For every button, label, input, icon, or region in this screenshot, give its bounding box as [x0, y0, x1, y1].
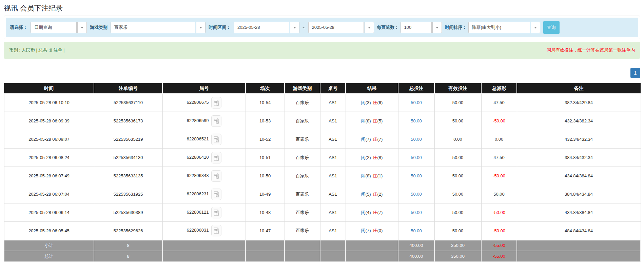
- total-bet-link[interactable]: 50.00: [411, 137, 422, 142]
- video-replay-button[interactable]: [211, 115, 221, 127]
- search-button[interactable]: 查询: [543, 21, 560, 34]
- cell-note: 434.84/384.84: [517, 203, 641, 222]
- cell-total-bet: 50.00: [398, 222, 434, 240]
- chevron-down-icon[interactable]: [432, 22, 442, 33]
- cell-valid-bet: 0.00: [434, 130, 481, 149]
- total-bet-link[interactable]: 50.00: [411, 210, 422, 215]
- total-row: 总计 8 400.00 350.00 -55.00: [4, 251, 641, 262]
- video-icon: [213, 154, 219, 161]
- column-header: 局号: [162, 83, 246, 94]
- cell-time: 2025-05-28 06:08:24: [4, 149, 94, 167]
- video-icon: [213, 227, 219, 234]
- table-row: 2025-05-28 06:10:10 522535637110 6228066…: [4, 94, 641, 112]
- subtotal-label: 小计: [4, 240, 94, 251]
- cell-session: 10-49: [246, 185, 285, 203]
- cell-note: 434.84/384.84: [517, 167, 641, 185]
- chevron-down-icon[interactable]: [365, 22, 374, 33]
- table-row: 2025-05-28 06:09:07 522535635219 6228065…: [4, 130, 641, 149]
- chevron-down-icon[interactable]: [77, 22, 87, 33]
- chevron-down-icon[interactable]: [290, 22, 299, 33]
- cell-bet-id: 522535636173: [94, 112, 162, 130]
- cell-session: 10-52: [246, 130, 285, 149]
- result-player-label: 闲: [361, 118, 366, 123]
- result-banker-label: 庄: [373, 155, 377, 160]
- cell-result: 闲(7)庄(7): [346, 130, 398, 149]
- cell-session: 10-48: [246, 203, 285, 222]
- cell-valid-bet: 50.00: [434, 167, 481, 185]
- total-bet-link[interactable]: 50.00: [411, 173, 422, 178]
- video-icon: [213, 191, 219, 198]
- table-row: 2025-05-28 06:07:49 522535633135 6228063…: [4, 167, 641, 185]
- cell-bet-id: 522535634130: [94, 149, 162, 167]
- video-icon: [213, 136, 219, 143]
- cell-time: 2025-05-28 06:09:07: [4, 130, 94, 149]
- result-player-label: 闲: [361, 228, 366, 233]
- cell-session: 10-47: [246, 222, 285, 240]
- cell-game-category: 百家乐: [285, 167, 320, 185]
- table-row: 2025-05-28 06:05:45 522535629626 6228060…: [4, 222, 641, 240]
- chevron-down-icon[interactable]: [531, 22, 540, 33]
- total-total-bet: 400.00: [398, 251, 434, 262]
- cell-note: 484.84/434.84: [517, 222, 641, 240]
- cell-round-id: 622806348: [162, 167, 246, 185]
- date-from-picker[interactable]: 2025-05-28: [234, 22, 299, 33]
- summary-bar: 币别 : 人民币 | 总共 :8 注单 | 同局有效投注，统一计算在该局第一张注…: [4, 42, 640, 59]
- result-banker-label: 庄: [373, 210, 377, 215]
- subtotal-payout: -55.00: [481, 240, 517, 251]
- game-category-dropdown[interactable]: 百家乐: [111, 22, 206, 33]
- cell-bet-id: 522535635219: [94, 130, 162, 149]
- result-player-label: 闲: [361, 100, 366, 105]
- cell-time: 2025-05-28 06:06:14: [4, 203, 94, 222]
- cell-valid-bet: 50.00: [434, 112, 481, 130]
- subtotal-count: 8: [94, 240, 162, 251]
- time-sort-dropdown[interactable]: 降幂(由大到小): [468, 22, 540, 33]
- video-replay-button[interactable]: [211, 134, 221, 145]
- cell-result: 闲(4)庄(7): [346, 203, 398, 222]
- video-replay-button[interactable]: [211, 170, 221, 182]
- cell-game-category: 百家乐: [285, 94, 320, 112]
- column-header: 有效投注: [434, 83, 481, 94]
- cell-bet-id: 522535630389: [94, 203, 162, 222]
- result-banker-label: 庄: [373, 228, 377, 233]
- page-size-label: 每页笔数 :: [377, 24, 397, 31]
- cell-total-bet: 50.00: [398, 203, 434, 222]
- select-type-dropdown[interactable]: 日期查询: [31, 22, 87, 33]
- video-replay-button[interactable]: [211, 207, 221, 218]
- column-header: 桌号: [320, 83, 346, 94]
- round-id: 622806599: [187, 118, 209, 123]
- page-1-button[interactable]: 1: [630, 68, 640, 78]
- cell-total-bet: 50.00: [398, 94, 434, 112]
- cell-round-id: 622806031: [162, 222, 246, 240]
- cell-result: 闲(5)庄(2): [346, 185, 398, 203]
- total-bet-link[interactable]: 50.00: [411, 192, 422, 197]
- table-row: 2025-05-28 06:08:24 522535634130 6228064…: [4, 149, 641, 167]
- date-to-picker[interactable]: 2025-05-28: [308, 22, 374, 33]
- table-row: 2025-05-28 06:09:39 522535636173 6228065…: [4, 112, 641, 130]
- cell-table-no: AS1: [320, 185, 346, 203]
- chevron-down-icon[interactable]: [196, 22, 206, 33]
- round-id: 622806521: [187, 136, 209, 141]
- cell-session: 10-54: [246, 94, 285, 112]
- result-player-label: 闲: [361, 155, 366, 160]
- total-count: 8: [94, 251, 162, 262]
- total-bet-link[interactable]: 50.00: [411, 100, 422, 105]
- video-replay-button[interactable]: [211, 189, 221, 200]
- total-bet-link[interactable]: 50.00: [411, 228, 422, 233]
- table-row: 2025-05-28 06:07:04 522535631925 6228062…: [4, 185, 641, 203]
- video-replay-button[interactable]: [211, 152, 221, 163]
- cell-total-bet: 50.00: [398, 112, 434, 130]
- column-header: 结果: [346, 83, 398, 94]
- total-bet-link[interactable]: 50.00: [411, 118, 422, 123]
- cell-note: 382.34/429.84: [517, 94, 641, 112]
- video-replay-button[interactable]: [211, 225, 221, 236]
- total-bet-link[interactable]: 50.00: [411, 155, 422, 160]
- round-id: 622806348: [187, 173, 209, 178]
- time-range-label: 时间区间：: [209, 24, 231, 31]
- cell-result: 闲(3)庄(6): [346, 94, 398, 112]
- video-replay-button[interactable]: [211, 97, 221, 109]
- cell-time: 2025-05-28 06:10:10: [4, 94, 94, 112]
- result-banker-label: 庄: [373, 192, 377, 197]
- page-size-dropdown[interactable]: 100: [401, 22, 442, 33]
- cell-payout: 0.00: [481, 130, 517, 149]
- total-label: 总计: [4, 251, 94, 262]
